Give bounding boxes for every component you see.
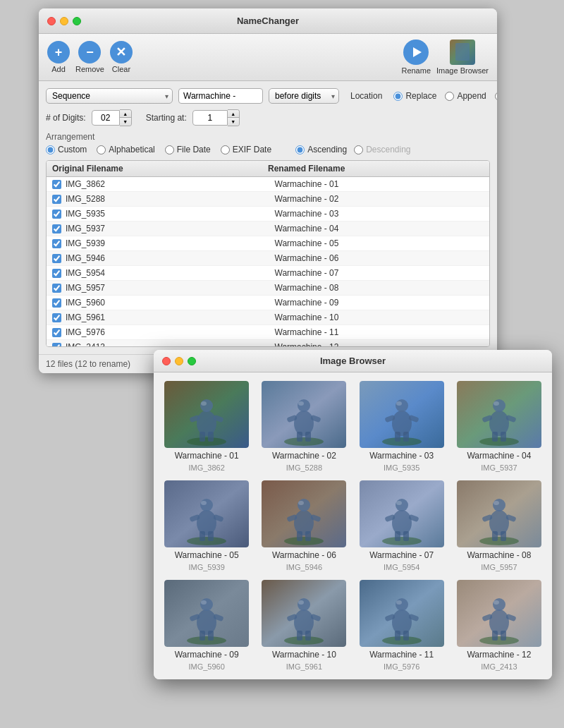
- order-ascending[interactable]: Ascending: [295, 145, 347, 154]
- close-button[interactable]: [47, 17, 56, 25]
- image-item[interactable]: Warmachine - 08 IMG_5957: [455, 480, 544, 571]
- digits-input[interactable]: [92, 110, 120, 126]
- rename-button[interactable]: Rename: [401, 40, 431, 75]
- ib-minimize-button[interactable]: [175, 357, 183, 365]
- arrangement-filedate[interactable]: File Date: [165, 145, 211, 154]
- image-item[interactable]: Warmachine - 10 IMG_5961: [259, 580, 348, 671]
- svg-point-46: [284, 537, 324, 545]
- image-item[interactable]: Warmachine - 03 IMG_5935: [357, 381, 446, 472]
- file-checkbox[interactable]: [52, 284, 61, 293]
- order-ascending-label: Ascending: [307, 145, 347, 154]
- file-checkbox[interactable]: [52, 224, 61, 233]
- sequence-select[interactable]: Sequence Date Counter: [46, 88, 173, 104]
- location-replace-option[interactable]: Replace: [393, 91, 436, 101]
- file-renamed: Warmachine - 01: [275, 179, 484, 189]
- ib-content: Warmachine - 01 IMG_3862: [154, 372, 552, 679]
- image-thumbnail: [457, 480, 541, 547]
- order-descending[interactable]: Descending: [354, 145, 410, 154]
- image-item[interactable]: Warmachine - 04 IMG_5937: [455, 381, 544, 472]
- file-renamed: Warmachine - 10: [275, 313, 484, 322]
- starting-up-button[interactable]: ▲: [228, 110, 239, 118]
- svg-point-66: [493, 499, 505, 511]
- file-checkbox[interactable]: [52, 269, 61, 278]
- image-item[interactable]: Warmachine - 01 IMG_3862: [162, 381, 251, 472]
- image-name: Warmachine - 04: [467, 451, 531, 461]
- location-append-label: Append: [457, 91, 486, 101]
- table-row: IMG_5961 Warmachine - 10: [47, 310, 489, 325]
- image-browser-button[interactable]: Image Browser: [436, 40, 489, 75]
- image-item[interactable]: Warmachine - 12 IMG_2413: [455, 580, 544, 671]
- ib-close-button[interactable]: [162, 357, 171, 365]
- remove-button[interactable]: − Remove: [75, 41, 104, 73]
- image-item[interactable]: Warmachine - 06 IMG_5946: [259, 480, 348, 571]
- location-append-option[interactable]: Append: [445, 91, 486, 101]
- svg-point-35: [494, 401, 499, 406]
- ib-maximize-button[interactable]: [188, 357, 196, 365]
- file-renamed: Warmachine - 11: [275, 327, 484, 337]
- image-item[interactable]: Warmachine - 11 IMG_5976: [357, 580, 446, 671]
- location-prepend-radio[interactable]: [495, 92, 497, 101]
- window-title: NameChanger: [237, 16, 299, 26]
- add-button[interactable]: + Add: [47, 41, 70, 73]
- location-append-radio[interactable]: [445, 92, 454, 101]
- svg-point-89: [298, 600, 304, 605]
- file-checkbox[interactable]: [52, 328, 61, 337]
- image-item[interactable]: Warmachine - 07 IMG_5954: [357, 480, 446, 571]
- file-renamed: Warmachine - 09: [275, 298, 484, 308]
- file-original: IMG_5937: [66, 224, 275, 233]
- image-item[interactable]: Warmachine - 02 IMG_5288: [259, 381, 348, 472]
- location-prepend-option[interactable]: Prepend: [495, 91, 497, 101]
- svg-rect-58: [395, 531, 400, 541]
- image-item[interactable]: Warmachine - 05 IMG_5939: [162, 480, 251, 571]
- maximize-button[interactable]: [73, 17, 81, 25]
- placement-select-wrap: before digits after digits ▾: [269, 88, 339, 104]
- image-name: Warmachine - 11: [369, 650, 434, 660]
- file-checkbox[interactable]: [52, 210, 61, 219]
- image-thumbnail: [360, 381, 444, 448]
- controls-row-2: # of Digits: ▲ ▼ Starting at: ▲ ▼: [46, 109, 490, 126]
- rename-icon: [403, 40, 429, 65]
- arrangement-alphabetical[interactable]: Alphabetical: [97, 145, 154, 154]
- svg-point-8: [201, 401, 207, 406]
- image-thumbnail: [262, 381, 346, 448]
- svg-point-53: [298, 501, 304, 505]
- arrangement-custom-radio[interactable]: [46, 145, 55, 154]
- starting-input[interactable]: [192, 110, 228, 126]
- arrangement-exif-radio[interactable]: [221, 145, 230, 154]
- location-replace-radio[interactable]: [393, 92, 403, 101]
- svg-rect-4: [200, 432, 205, 442]
- arrangement-alpha-radio[interactable]: [97, 145, 106, 154]
- clear-button[interactable]: ✕ Clear: [110, 41, 133, 73]
- file-checkbox[interactable]: [52, 298, 61, 308]
- file-checkbox[interactable]: [52, 254, 61, 263]
- image-grid: Warmachine - 01 IMG_3862: [162, 381, 544, 671]
- file-checkbox[interactable]: [52, 195, 61, 204]
- image-name: Warmachine - 05: [175, 550, 239, 560]
- image-original-name: IMG_5946: [286, 563, 322, 571]
- file-checkbox[interactable]: [52, 343, 61, 347]
- file-checkbox[interactable]: [52, 180, 61, 189]
- file-checkbox[interactable]: [52, 313, 61, 322]
- image-item[interactable]: Warmachine - 09 IMG_5960: [162, 580, 251, 671]
- digits-up-button[interactable]: ▲: [120, 110, 131, 118]
- arrangement-exifdate[interactable]: EXIF Date: [221, 145, 271, 154]
- ib-traffic-lights: [162, 357, 196, 365]
- file-checkbox[interactable]: [52, 239, 61, 248]
- placement-select[interactable]: before digits after digits: [269, 88, 339, 104]
- arrangement-filedate-radio[interactable]: [165, 145, 174, 154]
- titlebar: NameChanger: [39, 8, 497, 34]
- order-descending-radio[interactable]: [354, 145, 363, 154]
- minimize-button[interactable]: [60, 17, 68, 25]
- svg-point-48: [298, 499, 310, 511]
- arrangement-custom[interactable]: Custom: [46, 145, 87, 154]
- svg-point-21: [396, 399, 408, 412]
- svg-rect-103: [492, 631, 498, 641]
- starting-down-button[interactable]: ▼: [228, 118, 239, 126]
- svg-rect-5: [208, 432, 214, 442]
- digits-down-button[interactable]: ▼: [120, 118, 131, 126]
- prefix-input[interactable]: [178, 88, 263, 104]
- image-original-name: IMG_5957: [481, 563, 517, 571]
- svg-point-75: [200, 598, 213, 611]
- order-ascending-radio[interactable]: [295, 145, 305, 154]
- svg-point-10: [284, 437, 324, 446]
